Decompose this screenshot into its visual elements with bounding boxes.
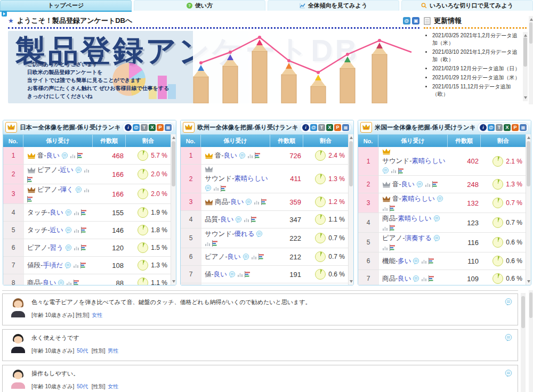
- hbar-chart-icon[interactable]: [432, 181, 439, 187]
- term-link[interactable]: 商品-良い: [27, 279, 56, 285]
- comment-icon[interactable]: [61, 152, 68, 159]
- export-icon[interactable]: i: [480, 124, 487, 131]
- comment-icon[interactable]: [239, 152, 246, 159]
- hbar-chart-icon[interactable]: [212, 240, 219, 247]
- hbar-chart-icon[interactable]: [27, 176, 34, 183]
- export-icon[interactable]: ▦: [520, 124, 527, 131]
- col-count[interactable]: 件数順: [270, 135, 303, 147]
- comment-icon[interactable]: [413, 258, 419, 265]
- hbar-chart-icon[interactable]: [398, 168, 405, 174]
- export-icon[interactable]: X: [504, 124, 511, 131]
- hbar-chart-icon[interactable]: [251, 216, 257, 223]
- bar-chart-icon[interactable]: [73, 263, 79, 268]
- hbar-chart-icon[interactable]: [261, 199, 268, 205]
- col-count[interactable]: 件数順: [93, 135, 126, 147]
- hbar-chart-icon[interactable]: [259, 254, 265, 260]
- bar-chart-icon[interactable]: [84, 167, 90, 173]
- bar-chart-icon[interactable]: [74, 245, 79, 251]
- hbar-chart-icon[interactable]: [77, 152, 84, 159]
- comment-icon[interactable]: [205, 185, 212, 192]
- comment-icon[interactable]: [416, 181, 423, 188]
- bar-chart-icon[interactable]: [237, 272, 243, 277]
- bar-chart-icon[interactable]: [382, 206, 388, 211]
- term-link[interactable]: 商品-素晴らしい: [382, 214, 432, 223]
- table-scrollbar[interactable]: [526, 134, 531, 285]
- bar-chart-icon[interactable]: [391, 168, 397, 174]
- export-icon[interactable]: @: [488, 124, 495, 131]
- gender-value[interactable]: 男性: [108, 348, 118, 354]
- term-link[interactable]: ピアノ-弾く: [37, 185, 74, 194]
- comment-icon[interactable]: [64, 262, 71, 269]
- term-link[interactable]: ピアノ-演奏する: [382, 234, 432, 243]
- table-scrollbar[interactable]: [348, 134, 353, 285]
- comment-icon[interactable]: [65, 227, 72, 234]
- comment-icon[interactable]: [437, 195, 443, 202]
- export-icon[interactable]: X: [326, 124, 333, 131]
- term-link[interactable]: 値-良い: [205, 270, 227, 279]
- bar-chart-icon[interactable]: [247, 153, 253, 159]
- bar-chart-icon[interactable]: [421, 258, 427, 264]
- term-link[interactable]: 音-良い: [392, 180, 415, 189]
- gender-value[interactable]: 女性: [108, 383, 118, 389]
- comment-icon[interactable]: [65, 244, 72, 251]
- term-link[interactable]: 商品-良い: [382, 274, 411, 283]
- term-link[interactable]: 品質-良い: [205, 215, 233, 224]
- comment-icon[interactable]: [65, 209, 72, 216]
- export-icon[interactable]: T: [141, 124, 148, 131]
- atmark-icon[interactable]: @: [403, 17, 410, 24]
- term-link[interactable]: ピアノ-習う: [27, 243, 63, 252]
- hbar-chart-icon[interactable]: [245, 271, 251, 277]
- bar-chart-icon[interactable]: [244, 217, 249, 223]
- export-icon[interactable]: i: [302, 124, 309, 131]
- export-icon[interactable]: ▦: [165, 124, 172, 131]
- bar-chart-icon[interactable]: [74, 210, 79, 216]
- term-link[interactable]: サウンド-素晴らしい: [205, 174, 268, 183]
- bar-chart-icon[interactable]: [254, 199, 260, 205]
- export-icon[interactable]: X: [149, 124, 156, 131]
- hbar-chart-icon[interactable]: [80, 262, 87, 268]
- bar-chart-icon[interactable]: [205, 241, 211, 247]
- term-link[interactable]: 商品-素晴らしい: [205, 284, 254, 285]
- export-icon[interactable]: P: [334, 124, 341, 131]
- age-value[interactable]: 50代: [77, 383, 88, 389]
- comment-icon[interactable]: [413, 275, 419, 282]
- comment-icon[interactable]: [256, 231, 263, 238]
- page-scrollbar-top[interactable]: [529, 16, 533, 104]
- age-value[interactable]: 50代: [77, 348, 88, 354]
- comment-icon[interactable]: [433, 215, 440, 222]
- term-link[interactable]: サウンド-素晴らしい: [382, 157, 446, 166]
- tab-top-page[interactable]: トップページ: [0, 0, 132, 11]
- term-link[interactable]: 音-素晴らしい: [392, 194, 435, 203]
- comment-icon[interactable]: [245, 199, 252, 206]
- export-icon[interactable]: P: [512, 124, 519, 131]
- bar-chart-icon[interactable]: [382, 245, 388, 251]
- table-scrollbar[interactable]: [171, 134, 176, 285]
- bar-chart-icon[interactable]: [421, 276, 427, 282]
- export-icon[interactable]: @: [310, 124, 317, 131]
- bar-chart-icon[interactable]: [425, 182, 431, 187]
- export-icon[interactable]: ▦: [342, 124, 349, 131]
- comment-icon[interactable]: [229, 271, 236, 278]
- hbar-chart-icon[interactable]: [429, 258, 435, 264]
- term-link[interactable]: ピアノ-近い: [37, 166, 74, 175]
- hbar-chart-icon[interactable]: [81, 227, 87, 233]
- export-icon[interactable]: T: [496, 124, 503, 131]
- reply-bubble-icon[interactable]: [505, 370, 512, 379]
- term-link[interactable]: 音-良い: [37, 151, 60, 160]
- gender-value[interactable]: 女性: [92, 312, 102, 318]
- bar-chart-icon[interactable]: [84, 187, 90, 193]
- term-link[interactable]: タッチ-良い: [27, 208, 63, 217]
- comment-icon[interactable]: [235, 216, 242, 223]
- tab-overall-trend[interactable]: 全体傾向を見てみよう: [268, 0, 399, 11]
- term-link[interactable]: 音-良い: [215, 151, 237, 160]
- reply-bubble-icon[interactable]: [505, 334, 512, 344]
- bar-chart-icon[interactable]: [70, 153, 76, 159]
- term-link[interactable]: 機能-多い: [382, 257, 411, 266]
- hbar-chart-icon[interactable]: [81, 244, 87, 251]
- hbar-chart-icon[interactable]: [27, 196, 34, 202]
- hbar-chart-icon[interactable]: [255, 152, 261, 159]
- term-link[interactable]: 値段-手頃だ: [27, 261, 63, 270]
- hbar-chart-icon[interactable]: [74, 280, 80, 285]
- bar-chart-icon[interactable]: [66, 280, 72, 285]
- col-count[interactable]: 件数順: [448, 135, 481, 147]
